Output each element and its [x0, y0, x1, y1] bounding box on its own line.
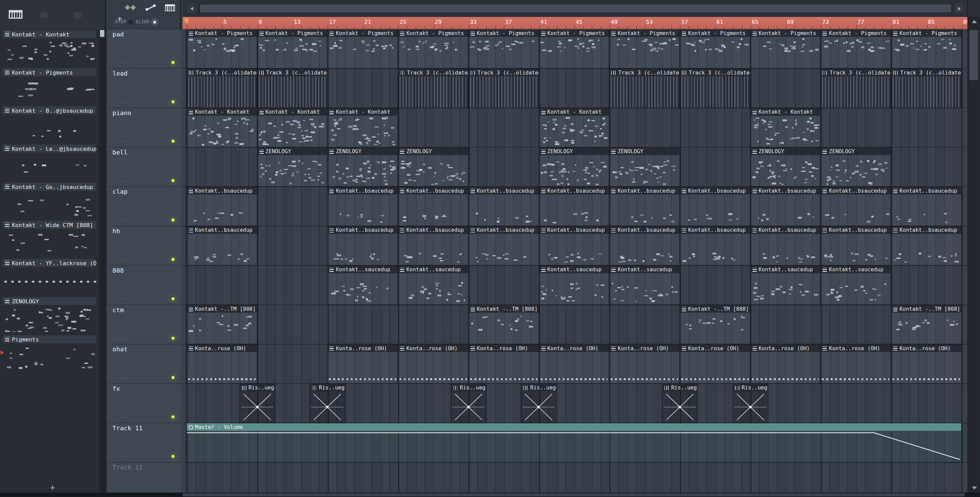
track-led[interactable] — [170, 415, 176, 420]
track-header-fx[interactable]: fx... — [108, 384, 181, 424]
clip-header[interactable]: ZENOLOGY — [398, 147, 468, 155]
pattern-header[interactable]: Kontakt - Pigments — [2, 68, 96, 76]
clip-hh-bar17[interactable]: Kontakt..bsaucedup — [328, 226, 398, 265]
clip-clap-bar81[interactable]: Kontakt..bsaucedup — [891, 187, 961, 226]
clip-lead-bar81[interactable]: Track 3 (c..olidated) — [891, 69, 961, 108]
clip-clap-bar41[interactable]: Kontakt..bsaucedup — [539, 187, 609, 226]
clip-header[interactable]: Kontakt..bsaucedup — [821, 187, 891, 194]
clip-pad-bar25[interactable]: Kontakt - Pigments — [398, 29, 468, 68]
clip-ctm-bar57[interactable]: Kontakt -..TM [808] — [680, 305, 749, 344]
clip-header[interactable]: Kontakt..saucedup — [398, 266, 468, 273]
clip-bell-bar17[interactable]: ZENOLOGY — [328, 147, 398, 186]
clip-header[interactable]: Kontakt..bsaucedup — [609, 187, 679, 194]
clip-header[interactable]: ZENOLOGY — [609, 147, 679, 155]
clip-header[interactable]: Kontakt..saucedup — [609, 266, 679, 273]
clip-header[interactable]: Master - Volume — [187, 423, 961, 431]
clip-bell-bar25[interactable]: ZENOLOGY — [398, 147, 468, 186]
clip-header[interactable]: Konta..rose (OH) — [609, 344, 679, 352]
clip-ohat-bar81[interactable]: Konta..rose (OH) — [891, 344, 961, 383]
clip-header[interactable]: Kontakt - Kontakt — [257, 108, 327, 116]
pattern-item-4[interactable]: Kontakt - Le..@jbsaucedup — [2, 144, 96, 179]
magnet-icon[interactable] — [126, 5, 136, 11]
clip-header[interactable]: Konta..rose (OH) — [469, 344, 538, 352]
clip-hh-bar25[interactable]: Kontakt..bsaucedup — [398, 226, 468, 265]
pattern-header[interactable]: Kontakt - Wide CTM [808] — [2, 221, 96, 229]
clip-ohat-bar57[interactable]: Konta..rose (OH) — [680, 344, 749, 383]
clip-header[interactable]: Kontakt..bsaucedup — [539, 226, 609, 234]
clip-pad-bar1[interactable]: Kontakt - Pigments — [187, 29, 256, 68]
clip-header[interactable]: Konta..rose (OH) — [680, 344, 749, 352]
track-header-clap[interactable]: clap... — [108, 187, 181, 226]
clip-header[interactable]: Kontakt..bsaucedup — [680, 226, 749, 234]
clip-808-bar25[interactable]: Kontakt..saucedup — [398, 266, 468, 305]
clip-header[interactable]: Kontakt - Pigments — [328, 29, 398, 37]
clip-header[interactable]: Kontakt - Pigments — [469, 29, 538, 37]
playlist-grid[interactable]: Kontakt - PigmentsKontakt - PigmentsKont… — [182, 29, 967, 492]
track-header-track-12[interactable]: Track 12... — [108, 463, 181, 497]
pattern-item-1[interactable]: Kontakt - Kontakt — [2, 30, 96, 65]
clip-header[interactable]: ZENOLOGY — [821, 147, 891, 155]
clip-bell-bar65[interactable]: ZENOLOGY — [750, 147, 820, 186]
clip-piano-bar17[interactable]: Kontakt - Kontakt — [328, 108, 398, 147]
clip-piano-bar41[interactable]: Kontakt - Kontakt — [539, 108, 609, 147]
timeline-ruler[interactable]: 5913172125293337414549535761656973778185… — [182, 17, 967, 30]
clip-piano-bar9[interactable]: Kontakt - Kontakt — [257, 108, 327, 147]
clip-header[interactable]: Kontakt - Kontakt — [328, 108, 398, 116]
clip-hh-bar49[interactable]: Kontakt..bsaucedup — [609, 226, 679, 265]
slide-tool-icon[interactable] — [146, 4, 156, 11]
scroll-down-icon[interactable] — [972, 486, 977, 489]
clip-header[interactable]: Kontakt - Kontakt — [539, 108, 609, 116]
clip-header[interactable]: Kontakt - Pigments — [821, 29, 891, 37]
horizontal-scroll-thumb[interactable] — [200, 5, 951, 13]
clip-header[interactable]: Kontakt..bsaucedup — [398, 187, 468, 194]
clip-header[interactable]: Track 3 (c..olidated) — [680, 69, 749, 76]
clip-header[interactable]: Kontakt..bsaucedup — [398, 226, 468, 234]
clip-fx-bar55[interactable]: Ris..uego — [662, 384, 697, 423]
clip-lead-bar9[interactable]: Track 3 (c..olidated) — [257, 69, 327, 108]
clip-header[interactable]: Ris..uego — [733, 384, 768, 392]
scroll-right-arrow[interactable] — [955, 4, 964, 13]
clip-header[interactable]: Kontakt - Pigments — [609, 29, 679, 37]
clip-ctm-bar1[interactable]: Kontakt -..TM [808] — [187, 305, 256, 344]
clip-808-bar65[interactable]: Kontakt..saucedup — [750, 266, 820, 305]
playhead-marker[interactable] — [185, 18, 189, 24]
pattern-item-9[interactable]: Pigments — [2, 335, 96, 370]
clip-header[interactable]: Kontakt..bsaucedup — [328, 226, 398, 234]
pattern-item-8[interactable]: ZENOLOGY — [2, 297, 96, 332]
clip-header[interactable]: Track 3 (c..olidated) — [257, 69, 327, 76]
clip-pad-bar81[interactable]: Kontakt - Pigments — [891, 29, 961, 68]
pattern-header[interactable]: Kontakt - B..@jbsaucedup — [2, 106, 96, 115]
pattern-item-3[interactable]: Kontakt - B..@jbsaucedup — [2, 106, 96, 141]
track-header-piano[interactable]: piano... — [108, 108, 181, 148]
clip-header[interactable]: Kontakt..bsaucedup — [750, 226, 820, 234]
track-header-ohat[interactable]: ohat... — [108, 344, 181, 384]
clip-808-bar49[interactable]: Kontakt..saucedup — [609, 266, 679, 305]
clip-header[interactable]: Track 3 (c..olidated) — [187, 69, 256, 76]
clip-hh-bar1[interactable]: Kontakt..bsaucedup — [187, 226, 256, 265]
clip-header[interactable]: Konta..rose (OH) — [187, 344, 256, 352]
clip-header[interactable]: Kontakt..bsaucedup — [680, 187, 749, 194]
clip-fx-bar15[interactable]: Ris..uego — [310, 384, 345, 423]
clip-ohat-bar73[interactable]: Konta..rose (OH) — [821, 344, 891, 383]
clip-lead-bar57[interactable]: Track 3 (c..olidated) — [680, 69, 749, 108]
clip-header[interactable]: Konta..rose (OH) — [398, 344, 468, 352]
clip-pad-bar65[interactable]: Kontakt - Pigments — [750, 29, 820, 68]
clip-clap-bar25[interactable]: Kontakt..bsaucedup — [398, 187, 468, 226]
clip-header[interactable]: ZENOLOGY — [750, 147, 820, 155]
clip-ohat-bar41[interactable]: Konta..rose (OH) — [539, 344, 609, 383]
track-led[interactable] — [170, 454, 176, 459]
pattern-header[interactable]: Kontakt - Go..jbsaucedup — [2, 182, 96, 191]
track-led[interactable] — [170, 178, 176, 183]
clip-header[interactable]: Kontakt -..TM [808] — [469, 305, 538, 312]
scroll-up-icon[interactable] — [972, 20, 977, 23]
pattern-header[interactable]: Kontakt - Le..@jbsaucedup — [2, 144, 96, 153]
clip-header[interactable]: Konta..rose (OH) — [539, 344, 609, 352]
track-led[interactable] — [170, 60, 176, 65]
track-header-pad[interactable]: pad... — [108, 29, 181, 69]
track-header-track-11[interactable]: Track 11... — [108, 423, 181, 463]
clip-piano-bar1[interactable]: Kontakt - Kontakt — [187, 108, 256, 147]
clip-header[interactable]: Kontakt - Pigments — [539, 29, 609, 37]
track-led[interactable] — [170, 257, 176, 262]
clip-header[interactable]: Kontakt -..TM [808] — [891, 305, 961, 312]
clip-header[interactable]: Kontakt - Pigments — [257, 29, 327, 37]
